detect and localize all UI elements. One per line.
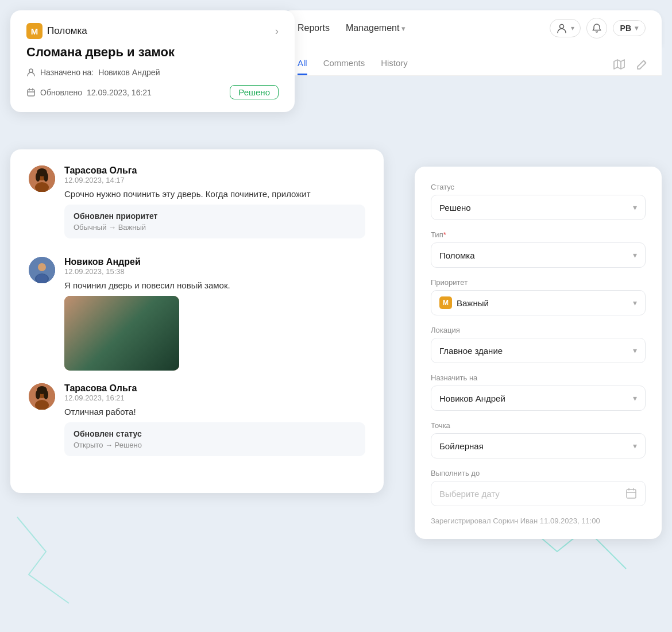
nav-reports[interactable]: Reports [298, 23, 330, 33]
nav-pb-button[interactable]: PB ▾ [613, 20, 646, 36]
comment-item-1: Тарасова Ольга 12.09.2023, 14:17 Срочно … [29, 165, 365, 244]
svg-point-12 [38, 263, 46, 271]
svg-rect-15 [64, 296, 179, 371]
priority-value: Важный [457, 298, 489, 308]
type-label: Тип* [431, 230, 646, 239]
status-label: Статус [431, 183, 646, 191]
assign-group: Назначить на Новиков Андрей ▾ [431, 373, 646, 411]
svg-point-0 [29, 69, 33, 72]
svg-point-10 [44, 172, 48, 182]
type-group: Тип* Поломка ▾ [431, 230, 646, 268]
comments-card: Тарасова Ольга 12.09.2023, 14:17 Срочно … [10, 149, 384, 493]
activity-detail-3: Открыто → Решено [74, 441, 356, 449]
due-date-input[interactable]: Выберите дату [431, 481, 646, 506]
assign-select[interactable]: Новиков Андрей ▾ [431, 386, 646, 411]
point-label: Точка [431, 421, 646, 430]
status-select[interactable]: Решено ▾ [431, 195, 646, 220]
map-icon[interactable] [612, 57, 626, 74]
required-mark: * [443, 230, 446, 239]
point-group: Точка Бойлерная ▾ [431, 421, 646, 458]
ticket-updated: Обновлено 12.09.2023, 16:21 [26, 88, 152, 97]
chevron-down-icon: ▾ [633, 394, 637, 403]
svg-point-35 [36, 390, 40, 399]
updated-prefix: Обновлено [40, 88, 82, 97]
activity-detail-1: Обычный → Важный [74, 223, 356, 232]
svg-point-9 [36, 172, 40, 182]
comment-author-3: Тарасова Ольга [64, 383, 365, 394]
due-group: Выполнить до Выберите дату [431, 469, 646, 506]
status-badge: Решено [230, 85, 279, 99]
svg-point-2 [559, 25, 563, 29]
calendar-icon [26, 88, 36, 97]
comment-author-2: Новиков Андрей [64, 257, 365, 267]
svg-rect-37 [627, 490, 636, 498]
activity-block-3: Обновлен статус Открыто → Решено [64, 422, 365, 456]
svg-rect-26 [117, 306, 149, 369]
location-group: Локация Главное здание ▾ [431, 326, 646, 363]
chevron-right-icon[interactable]: › [275, 25, 279, 37]
tabs-bar: All Comments History [281, 46, 662, 76]
status-value: Решено [439, 203, 471, 213]
type-value: Поломка [439, 251, 475, 260]
avatar-tarasova-1 [29, 165, 55, 192]
comment-body-1: Тарасова Ольга 12.09.2023, 14:17 Срочно … [64, 165, 365, 244]
ticket-header-card: M Поломка › Сломана дверь и замок Назнач… [10, 10, 295, 112]
point-select[interactable]: Бойлерная ▾ [431, 433, 646, 458]
activity-title-1: Обновлен приоритет [74, 211, 356, 221]
nav-avatar-button[interactable]: ▾ [550, 19, 581, 37]
svg-rect-21 [76, 309, 99, 320]
nav-bell-button[interactable] [586, 18, 607, 38]
chevron-down-icon: ▾ [633, 298, 637, 307]
tarasova-avatar-img [29, 165, 55, 192]
comment-text-2: Я починил дверь и повесил новый замок. [64, 280, 365, 290]
svg-rect-25 [116, 305, 150, 371]
navbar: Reports Management ▾ ▾ PB ▾ [281, 10, 662, 46]
location-select[interactable]: Главное здание ▾ [431, 338, 646, 363]
bell-icon [592, 23, 602, 33]
chevron-down-icon: ▾ [635, 24, 638, 32]
nav-management[interactable]: Management ▾ [346, 23, 405, 33]
svg-rect-1 [28, 90, 34, 96]
comment-author-1: Тарасова Ольга [64, 165, 365, 176]
user-initials: PB [620, 24, 631, 33]
due-placeholder: Выберите дату [439, 489, 500, 499]
status-group: Статус Решено ▾ [431, 183, 646, 220]
nav-links: Reports Management ▾ [298, 23, 405, 33]
chevron-down-icon: ▾ [633, 441, 637, 450]
svg-point-36 [44, 390, 48, 399]
type-select[interactable]: Поломка ▾ [431, 242, 646, 268]
priority-label: Приоритет [431, 278, 646, 287]
avatar-tarasova-2 [29, 383, 55, 410]
tab-all[interactable]: All [298, 51, 307, 75]
comment-text-1: Срочно нужно починить эту дверь. Когда п… [64, 189, 365, 199]
novikov-avatar-img [29, 257, 55, 283]
priority-select[interactable]: M Важный ▾ [431, 290, 646, 315]
ticket-footer-row: Обновлено 12.09.2023, 16:21 Решено [26, 85, 279, 99]
point-value: Бойлерная [439, 441, 484, 451]
chevron-down-icon: ▾ [633, 251, 637, 260]
svg-rect-29 [120, 310, 146, 330]
tab-history[interactable]: History [381, 51, 408, 75]
svg-rect-22 [100, 309, 123, 320]
comment-body-3: Тарасова Ольга 12.09.2023, 16:21 Отлична… [64, 383, 365, 462]
svg-rect-16 [64, 296, 87, 307]
location-label: Локация [431, 326, 646, 334]
nav-right: ▾ PB ▾ [550, 18, 646, 38]
door-svg [64, 296, 179, 371]
tarasova-avatar-img-2 [29, 383, 55, 410]
assign-label: Назначить на [431, 373, 646, 382]
chevron-down-icon: ▾ [571, 24, 574, 32]
ticket-header-top: M Поломка › [26, 23, 279, 39]
comment-item-2: Новиков Андрей 12.09.2023, 15:38 Я почин… [29, 257, 365, 371]
assigned-prefix: Назначено на: [40, 68, 94, 77]
edit-icon[interactable] [635, 57, 649, 74]
svg-rect-19 [137, 296, 160, 307]
calendar-icon [625, 488, 637, 499]
comment-item-3: Тарасова Ольга 12.09.2023, 16:21 Отлична… [29, 383, 365, 462]
type-m-badge: M [26, 23, 43, 39]
due-label: Выполнить до [431, 469, 646, 477]
chevron-down-icon: ▾ [401, 24, 405, 33]
person-icon [26, 68, 36, 77]
tab-comments[interactable]: Comments [323, 51, 365, 75]
ticket-title: Сломана дверь и замок [26, 45, 279, 60]
